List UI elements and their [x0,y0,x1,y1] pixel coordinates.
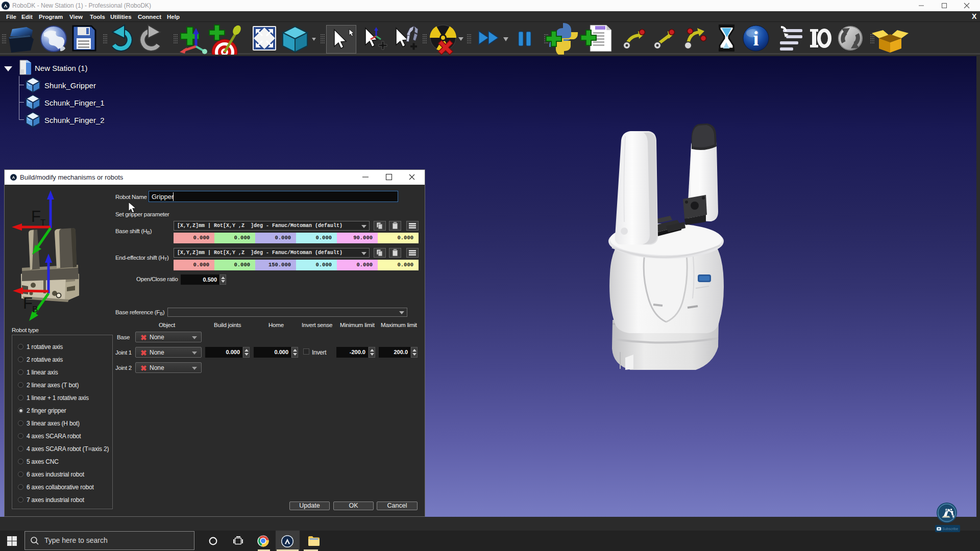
svg-text:B: B [32,305,38,314]
svg-text:F: F [23,294,33,312]
svg-text:T: T [40,218,45,228]
svg-text:F: F [31,208,41,226]
svg-text:i: i [753,27,758,50]
